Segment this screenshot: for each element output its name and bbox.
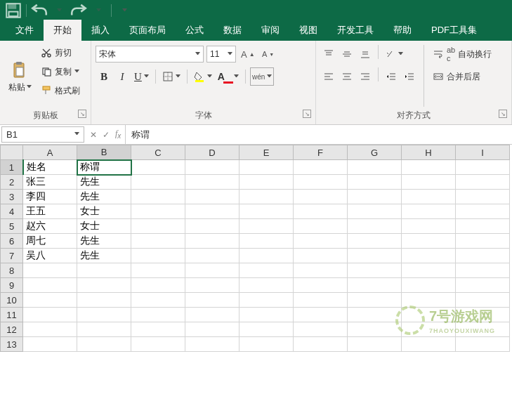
cell[interactable] (185, 337, 239, 352)
cell[interactable] (348, 308, 402, 322)
cell[interactable] (294, 219, 348, 234)
cell[interactable] (131, 219, 185, 234)
cell[interactable]: 王五 (23, 204, 77, 219)
cell[interactable] (131, 160, 185, 175)
tab-home[interactable]: 开始 (44, 20, 81, 41)
cell[interactable] (239, 234, 294, 249)
cell[interactable] (131, 175, 185, 190)
cell[interactable] (239, 160, 294, 175)
cell[interactable] (456, 219, 510, 234)
cell[interactable] (239, 308, 294, 322)
column-header[interactable]: A (23, 145, 77, 160)
cell[interactable] (402, 175, 456, 190)
cell[interactable] (185, 160, 239, 175)
copy-button[interactable]: 复制 (38, 63, 83, 81)
cell[interactable] (294, 234, 348, 249)
cell[interactable]: 先生 (77, 190, 131, 204)
cell[interactable] (23, 308, 77, 322)
cell[interactable] (294, 249, 348, 263)
undo-dropdown-icon[interactable] (50, 1, 68, 20)
tab-help[interactable]: 帮助 (383, 20, 421, 41)
cell[interactable]: 周七 (23, 234, 77, 249)
cell[interactable] (131, 234, 185, 249)
cell[interactable] (348, 278, 402, 293)
align-bottom-icon[interactable] (357, 45, 374, 63)
cell[interactable] (348, 190, 402, 204)
tab-data[interactable]: 数据 (214, 20, 251, 41)
select-all-corner[interactable] (1, 145, 23, 160)
tab-developer[interactable]: 开发工具 (327, 20, 383, 41)
cell[interactable] (131, 308, 185, 322)
cell[interactable] (131, 337, 185, 352)
orientation-button[interactable] (383, 45, 405, 63)
tab-page-layout[interactable]: 页面布局 (119, 20, 176, 41)
cell[interactable] (456, 249, 510, 263)
cell[interactable] (185, 263, 239, 278)
cell[interactable] (239, 322, 294, 337)
cell[interactable] (239, 249, 294, 263)
row-header[interactable]: 6 (1, 234, 23, 249)
cell[interactable] (294, 175, 348, 190)
row-header[interactable]: 2 (1, 175, 23, 190)
cell[interactable] (77, 322, 131, 337)
qat-customize-icon[interactable] (115, 1, 133, 20)
tab-file[interactable]: 文件 (6, 20, 44, 41)
save-icon[interactable] (4, 1, 22, 20)
row-header[interactable]: 7 (1, 249, 23, 263)
cell[interactable] (348, 175, 402, 190)
column-header[interactable]: G (348, 145, 402, 160)
cell[interactable] (23, 322, 77, 337)
cell[interactable] (456, 190, 510, 204)
cell[interactable] (185, 190, 239, 204)
cell[interactable] (131, 190, 185, 204)
cell[interactable] (131, 249, 185, 263)
tab-pdf-tools[interactable]: PDF工具集 (421, 20, 487, 41)
cell[interactable]: 女士 (77, 219, 131, 234)
cell[interactable] (294, 322, 348, 337)
cell[interactable] (294, 293, 348, 308)
cell[interactable] (77, 293, 131, 308)
cell[interactable] (456, 175, 510, 190)
merge-center-button[interactable]: 合并后居 (430, 67, 494, 86)
decrease-indent-icon[interactable] (383, 67, 400, 86)
redo-dropdown-icon[interactable] (89, 1, 107, 20)
cell[interactable] (402, 263, 456, 278)
phonetic-guide-button[interactable]: wén (250, 67, 274, 86)
cell[interactable] (239, 337, 294, 352)
cancel-formula-icon[interactable]: ✕ (90, 130, 97, 140)
cell[interactable] (348, 293, 402, 308)
cell[interactable]: 先生 (77, 175, 131, 190)
enter-formula-icon[interactable]: ✓ (103, 130, 110, 140)
cell[interactable]: 先生 (77, 234, 131, 249)
cell[interactable] (131, 293, 185, 308)
cell[interactable] (294, 278, 348, 293)
tab-review[interactable]: 审阅 (251, 20, 289, 41)
cell[interactable] (294, 263, 348, 278)
cell[interactable] (185, 322, 239, 337)
tab-formulas[interactable]: 公式 (176, 20, 214, 41)
tab-view[interactable]: 视图 (289, 20, 327, 41)
cell[interactable]: 张三 (23, 175, 77, 190)
cell[interactable]: 先生 (77, 249, 131, 263)
cell[interactable] (402, 337, 456, 352)
cell[interactable] (348, 160, 402, 175)
align-center-icon[interactable] (339, 67, 355, 86)
fill-color-button[interactable] (192, 67, 214, 86)
column-header[interactable]: I (456, 145, 510, 160)
row-header[interactable]: 11 (1, 308, 23, 322)
cell[interactable] (131, 204, 185, 219)
cell[interactable] (23, 263, 77, 278)
cell[interactable] (456, 263, 510, 278)
cell[interactable] (348, 337, 402, 352)
cell[interactable] (77, 337, 131, 352)
row-header[interactable]: 9 (1, 278, 23, 293)
cell[interactable] (239, 175, 294, 190)
cell[interactable] (77, 308, 131, 322)
cell[interactable] (185, 175, 239, 190)
align-top-icon[interactable] (320, 45, 337, 63)
name-box[interactable]: B1 (1, 126, 84, 143)
cell[interactable] (239, 219, 294, 234)
cell[interactable] (239, 278, 294, 293)
align-right-icon[interactable] (357, 67, 374, 86)
cell[interactable] (402, 234, 456, 249)
